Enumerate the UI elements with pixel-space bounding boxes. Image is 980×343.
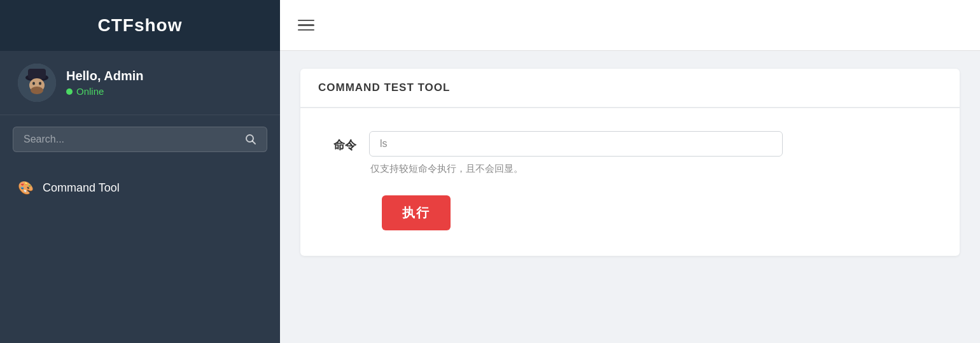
sidebar-title: CTFshow: [98, 15, 183, 36]
user-status-row: Online: [66, 86, 143, 97]
svg-point-4: [31, 87, 43, 94]
user-name: Hello, Admin: [66, 69, 143, 83]
search-icon: [245, 134, 256, 145]
sidebar-header: CTFshow: [0, 0, 280, 51]
svg-point-5: [32, 82, 35, 85]
command-label: 命令: [318, 131, 369, 153]
card-title: COMMAND TEST TOOL: [318, 81, 450, 94]
command-input[interactable]: [369, 131, 783, 157]
topbar: [280, 0, 980, 51]
hamburger-line-1: [298, 20, 314, 22]
hamburger-line-3: [298, 29, 314, 31]
search-section: [0, 115, 280, 164]
svg-line-8: [253, 141, 256, 144]
avatar-image: [18, 64, 56, 102]
avatar: [18, 64, 56, 102]
card: COMMAND TEST TOOL 命令 仅支持较短命令执行，且不会回显。 执行: [300, 69, 960, 256]
command-input-wrap: 仅支持较短命令执行，且不会回显。: [369, 131, 942, 175]
nav-section: 🎨 Command Tool: [0, 164, 280, 212]
content-area: COMMAND TEST TOOL 命令 仅支持较短命令执行，且不会回显。 执行: [280, 51, 980, 343]
user-section: Hello, Admin Online: [0, 51, 280, 115]
status-dot: [66, 88, 73, 95]
user-status-label: Online: [76, 86, 104, 97]
form-row: 命令 仅支持较短命令执行，且不会回显。: [318, 131, 942, 175]
main-content: COMMAND TEST TOOL 命令 仅支持较短命令执行，且不会回显。 执行: [280, 0, 980, 343]
execute-button[interactable]: 执行: [382, 195, 451, 230]
user-info: Hello, Admin Online: [66, 69, 143, 97]
command-tool-icon: 🎨: [18, 180, 34, 195]
card-header: COMMAND TEST TOOL: [300, 69, 960, 108]
hamburger-line-2: [298, 24, 314, 26]
command-hint: 仅支持较短命令执行，且不会回显。: [369, 163, 942, 175]
search-button[interactable]: [235, 127, 267, 152]
hamburger-button[interactable]: [295, 17, 317, 34]
search-input[interactable]: [13, 127, 235, 152]
card-body: 命令 仅支持较短命令执行，且不会回显。 执行: [300, 108, 960, 256]
nav-item-label: Command Tool: [43, 181, 120, 195]
sidebar: CTFshow Hello, Admin: [0, 0, 280, 343]
nav-item-command-tool[interactable]: 🎨 Command Tool: [0, 170, 280, 206]
svg-point-6: [39, 82, 41, 85]
svg-rect-2: [28, 69, 46, 79]
